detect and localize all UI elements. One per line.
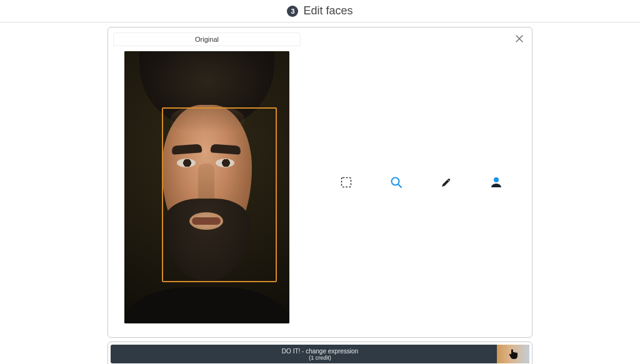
edit-tool-button[interactable] bbox=[438, 174, 454, 190]
tab-original[interactable]: Original bbox=[113, 32, 301, 46]
pointer-cursor-icon bbox=[508, 348, 518, 360]
selection-dashed-icon bbox=[341, 177, 352, 188]
pencil-icon bbox=[441, 177, 452, 188]
close-icon bbox=[516, 35, 523, 42]
step-number-badge: 3 bbox=[287, 6, 298, 17]
face-detection-box[interactable] bbox=[162, 107, 277, 282]
do-it-button[interactable]: DO IT! - change expression (1 credit) bbox=[111, 345, 529, 363]
tab-label: Original bbox=[195, 36, 219, 43]
tools-column bbox=[316, 32, 527, 332]
close-button[interactable] bbox=[513, 32, 526, 45]
page-title: Edit faces bbox=[303, 4, 352, 17]
svg-line-2 bbox=[398, 184, 401, 187]
original-column: Original bbox=[113, 32, 301, 332]
tool-row bbox=[338, 174, 504, 190]
do-it-sublabel: (1 credit) bbox=[111, 355, 529, 361]
do-it-label: DO IT! - change expression bbox=[111, 348, 529, 355]
person-tool-button[interactable] bbox=[488, 174, 504, 190]
person-icon bbox=[490, 176, 502, 189]
page-header: 3 Edit faces bbox=[0, 0, 640, 22]
svg-point-3 bbox=[494, 177, 499, 182]
svg-rect-0 bbox=[342, 178, 351, 187]
selection-tool-button[interactable] bbox=[338, 174, 354, 190]
zoom-tool-button[interactable] bbox=[388, 174, 404, 190]
magnifier-icon bbox=[390, 176, 402, 189]
cursor-hover-region bbox=[497, 345, 529, 363]
edit-panel: Original bbox=[108, 27, 532, 338]
action-bar: DO IT! - change expression (1 credit) bbox=[108, 342, 532, 364]
original-photo[interactable] bbox=[124, 51, 289, 323]
